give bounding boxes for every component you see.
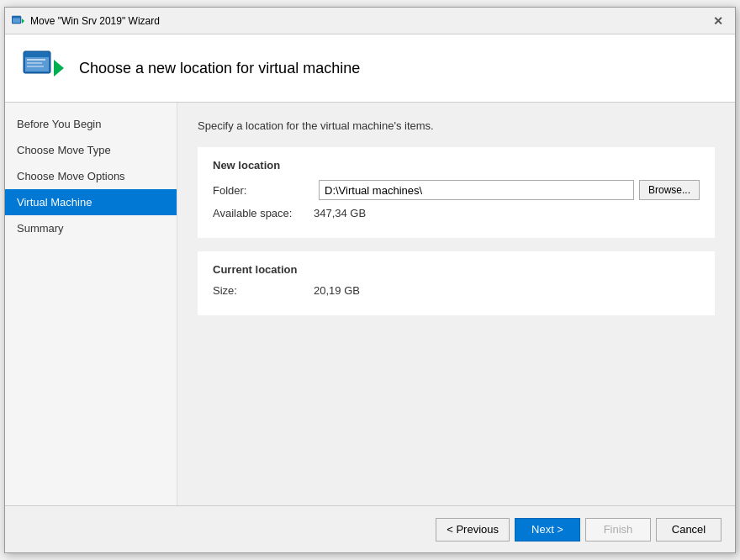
- wizard-window: Move "Win Srv 2019" Wizard ✕ Choose a ne…: [4, 7, 736, 553]
- close-button[interactable]: ✕: [708, 13, 728, 29]
- size-value: 20,19 GB: [314, 284, 360, 297]
- sidebar: Before You Begin Choose Move Type Choose…: [5, 103, 177, 505]
- current-location-section: Current location Size: 20,19 GB: [198, 251, 715, 315]
- folder-label: Folder:: [213, 184, 314, 197]
- title-icon: [12, 14, 25, 28]
- main-content: Before You Begin Choose Move Type Choose…: [5, 103, 735, 505]
- finish-button[interactable]: Finish: [585, 518, 651, 542]
- new-location-title: New location: [213, 159, 700, 172]
- svg-rect-2: [13, 17, 20, 18]
- title-bar-left: Move "Win Srv 2019" Wizard: [12, 14, 160, 28]
- header-title: Choose a new location for virtual machin…: [79, 60, 360, 77]
- svg-marker-10: [54, 60, 64, 77]
- svg-rect-6: [25, 53, 49, 57]
- available-space-row: Available space: 347,34 GB: [213, 207, 700, 219]
- sidebar-item-before-you-begin[interactable]: Before You Begin: [5, 111, 177, 137]
- title-bar: Move "Win Srv 2019" Wizard ✕: [5, 8, 735, 34]
- available-space-label: Available space:: [213, 207, 314, 219]
- folder-row: Folder: Browse...: [213, 180, 700, 200]
- size-row: Size: 20,19 GB: [213, 284, 700, 297]
- folder-input[interactable]: [319, 180, 634, 200]
- svg-marker-3: [22, 18, 24, 24]
- sidebar-item-summary[interactable]: Summary: [5, 215, 177, 241]
- sidebar-item-choose-move-options[interactable]: Choose Move Options: [5, 163, 177, 189]
- size-label: Size:: [213, 284, 314, 297]
- svg-rect-7: [27, 59, 45, 61]
- content-area: Specify a location for the virtual machi…: [177, 103, 735, 505]
- browse-button[interactable]: Browse...: [639, 180, 700, 200]
- sidebar-item-choose-move-type[interactable]: Choose Move Type: [5, 137, 177, 163]
- new-location-section: New location Folder: Browse... Available…: [198, 147, 715, 238]
- sidebar-item-virtual-machine[interactable]: Virtual Machine: [5, 189, 177, 215]
- current-location-title: Current location: [213, 263, 700, 276]
- available-space-value: 347,34 GB: [314, 207, 366, 219]
- cancel-button[interactable]: Cancel: [656, 518, 722, 542]
- content-description: Specify a location for the virtual machi…: [198, 119, 715, 132]
- window-title: Move "Win Srv 2019" Wizard: [30, 15, 160, 27]
- header-banner: Choose a new location for virtual machin…: [5, 34, 735, 103]
- svg-rect-9: [27, 66, 44, 67]
- header-vm-icon: [22, 46, 66, 90]
- previous-button[interactable]: < Previous: [436, 518, 510, 542]
- next-button[interactable]: Next >: [515, 518, 580, 542]
- svg-rect-8: [27, 62, 42, 64]
- footer: < Previous Next > Finish Cancel: [5, 505, 735, 552]
